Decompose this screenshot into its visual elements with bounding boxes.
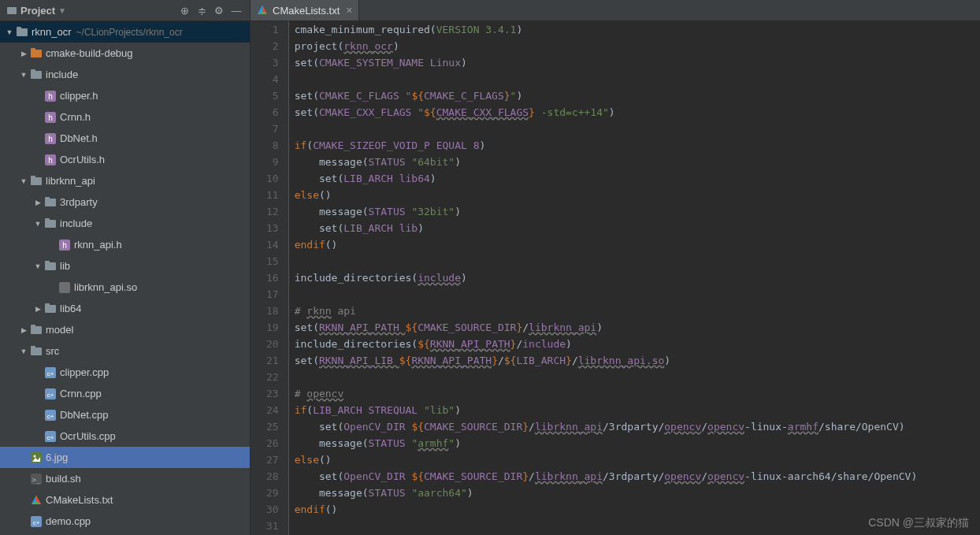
code-line[interactable]: message(STATUS "aarch64") — [295, 485, 980, 501]
code-line[interactable]: if(LIB_ARCH STREQUAL "lib") — [295, 402, 980, 418]
tree-item-dbnet-cpp[interactable]: c+DbNet.cpp — [0, 404, 250, 425]
code-line[interactable]: set(LIB_ARCH lib) — [295, 220, 980, 236]
code-line[interactable]: set(CMAKE_C_FLAGS "${CMAKE_C_FLAGS}") — [295, 87, 980, 104]
svg-rect-26 — [45, 305, 56, 313]
tree-item-librknn-api-so[interactable]: librknn_api.so — [0, 277, 250, 298]
tab-cmakelists[interactable]: CMakeLists.txt × — [251, 0, 359, 20]
tab-label: CMakeLists.txt — [273, 5, 340, 17]
code-line[interactable]: include_directories(include) — [295, 269, 980, 286]
svg-rect-16 — [31, 176, 35, 178]
locate-icon[interactable]: ⊕ — [177, 3, 191, 17]
tree-item-clipper-h[interactable]: hclipper.h — [0, 85, 250, 106]
tree-label: clipper.h — [60, 90, 98, 102]
tree-item-demo-cpp[interactable]: c+demo.cpp — [0, 511, 250, 532]
chevron-right-icon[interactable]: ▶ — [19, 50, 28, 58]
line-number: 6 — [266, 104, 279, 121]
svg-text:>_: >_ — [32, 476, 41, 484]
code-line[interactable]: endif() — [295, 501, 980, 518]
code-line[interactable]: message(STATUS "64bit") — [295, 154, 980, 170]
tree-item-model[interactable]: ▶model — [0, 319, 250, 340]
tree-item-crnn-cpp[interactable]: c+Crnn.cpp — [0, 383, 250, 404]
tree-label: lib — [60, 260, 70, 272]
code-line[interactable]: set(CMAKE_CXX_FLAGS "${CMAKE_CXX_FLAGS} … — [295, 104, 980, 121]
line-number: 13 — [266, 220, 279, 236]
cpp-icon: c+ — [44, 430, 57, 443]
tree-item-lib[interactable]: ▼lib — [0, 255, 250, 277]
svg-text:c+: c+ — [47, 370, 54, 377]
chevron-down-icon[interactable]: ▼ — [19, 177, 28, 185]
code-line[interactable]: include_directories(${RKNN_API_PATH}/inc… — [295, 336, 980, 352]
chevron-down-icon[interactable]: ▼ — [19, 71, 28, 79]
tree-item-ocrutils-h[interactable]: hOcrUtils.h — [0, 149, 250, 170]
folder-mod-icon — [16, 26, 28, 39]
chevron-down-icon[interactable]: ▼ — [33, 220, 43, 228]
tree-label: include — [46, 69, 78, 80]
tree-item-rknn-api-h[interactable]: hrknn_api.h — [0, 234, 250, 255]
code-line[interactable]: # opencv — [295, 385, 980, 402]
tree-label: src — [46, 345, 59, 357]
svg-rect-27 — [45, 303, 50, 306]
code-line[interactable]: # rknn api — [295, 303, 980, 319]
tree-label: rknn_api.h — [74, 239, 122, 251]
chevron-right-icon[interactable]: ▶ — [33, 199, 43, 206]
sh-icon: >_ — [30, 473, 43, 485]
chevron-right-icon[interactable]: ▶ — [19, 326, 28, 334]
project-tree[interactable]: ▼rknn_ocr~/CLionProjects/rknn_ocr▶cmake-… — [0, 21, 250, 535]
tree-item-ocrutils-cpp[interactable]: c+OcrUtils.cpp — [0, 425, 250, 447]
code-line[interactable]: if(CMAKE_SIZEOF_VOID_P EQUAL 8) — [295, 137, 980, 154]
project-dropdown-icon[interactable]: ▼ — [58, 6, 66, 15]
tree-item-3rdparty[interactable]: ▶3rdparty — [0, 191, 250, 213]
code-line[interactable] — [295, 518, 980, 534]
line-number: 26 — [266, 435, 279, 451]
code-line[interactable]: message(STATUS "armhf") — [295, 435, 980, 451]
code-line[interactable]: set(CMAKE_SYSTEM_NAME Linux) — [295, 54, 980, 71]
tree-item-6-jpg[interactable]: 6.jpg — [0, 447, 250, 468]
line-number: 19 — [266, 319, 279, 336]
tree-item-include[interactable]: ▼include — [0, 213, 250, 234]
svg-text:h: h — [48, 156, 53, 165]
code-line[interactable]: set(RKNN_API_PATH ${CMAKE_SOURCE_DIR}/li… — [295, 319, 980, 336]
tree-item-crnn-h[interactable]: hCrnn.h — [0, 106, 250, 128]
tree-item-cmake-build-debug[interactable]: ▶cmake-build-debug — [0, 43, 250, 64]
code-line[interactable] — [295, 286, 980, 303]
cmake-icon — [257, 5, 268, 16]
gear-icon[interactable]: ⚙ — [212, 3, 226, 17]
code-line[interactable]: message(STATUS "32bit") — [295, 203, 980, 220]
chevron-right-icon[interactable]: ▶ — [33, 305, 43, 313]
tree-label: demo.cpp — [46, 515, 91, 527]
code-line[interactable]: else() — [295, 451, 980, 468]
code-line[interactable]: endif() — [295, 236, 980, 253]
tree-item-rknn-ocr[interactable]: ▼rknn_ocr~/CLionProjects/rknn_ocr — [0, 21, 250, 43]
minimize-icon[interactable]: — — [229, 3, 243, 17]
code-line[interactable]: set(LIB_ARCH lib64) — [295, 170, 980, 187]
chevron-down-icon[interactable]: ▼ — [33, 262, 43, 270]
code-line[interactable]: else() — [295, 187, 980, 203]
code-text[interactable]: cmake_minimum_required(VERSION 3.4.1)pro… — [288, 21, 980, 535]
code-line[interactable] — [295, 253, 980, 269]
code-line[interactable]: set(RKNN_API_LIB ${RKNN_API_PATH}/${LIB_… — [295, 352, 980, 369]
code-line[interactable]: cmake_minimum_required(VERSION 3.4.1) — [295, 21, 980, 38]
tree-item-src[interactable]: ▼src — [0, 340, 250, 362]
code-line[interactable] — [295, 369, 980, 385]
code-line[interactable]: set(OpenCV_DIR ${CMAKE_SOURCE_DIR}/librk… — [295, 418, 980, 435]
chevron-down-icon[interactable]: ▼ — [5, 28, 14, 36]
tree-item-clipper-cpp[interactable]: c+clipper.cpp — [0, 362, 250, 383]
code-line[interactable]: project(rknn_ocr) — [295, 38, 980, 54]
cmake-icon — [30, 494, 43, 507]
expand-icon[interactable]: ≑ — [195, 3, 209, 17]
svg-text:h: h — [48, 92, 53, 101]
tree-item-dbnet-h[interactable]: hDbNet.h — [0, 128, 250, 149]
code-line[interactable] — [295, 121, 980, 137]
code-line[interactable] — [295, 71, 980, 87]
project-icon — [6, 5, 17, 16]
chevron-down-icon[interactable]: ▼ — [19, 347, 28, 355]
code-editor[interactable]: 1234567891011121314151617181920212223242… — [251, 21, 980, 535]
close-icon[interactable]: × — [346, 4, 352, 17]
tree-item-lib64[interactable]: ▶lib64 — [0, 298, 250, 319]
tree-item-librknn-api[interactable]: ▼librknn_api — [0, 170, 250, 191]
code-line[interactable]: set(OpenCV_DIR ${CMAKE_SOURCE_DIR}/librk… — [295, 468, 980, 485]
line-number: 31 — [266, 518, 279, 534]
tree-item-include[interactable]: ▼include — [0, 64, 250, 85]
tree-item-build-sh[interactable]: >_build.sh — [0, 468, 250, 489]
tree-item-cmakelists-txt[interactable]: CMakeLists.txt — [0, 489, 250, 511]
